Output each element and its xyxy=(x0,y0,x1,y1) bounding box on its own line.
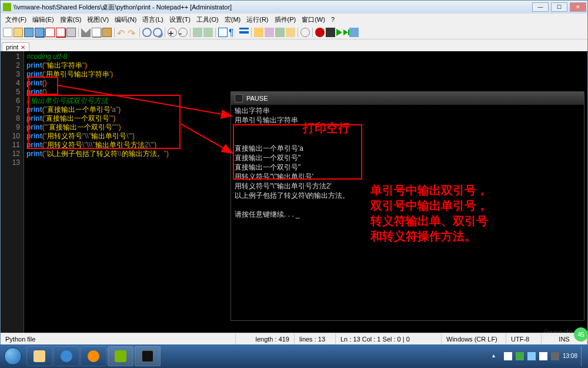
tray-flag-icon[interactable] xyxy=(504,352,512,360)
tray-vm-icon[interactable] xyxy=(551,352,559,360)
badge-dot: 45 xyxy=(574,327,588,342)
status-bar: Python file length : 419 lines : 13 Ln :… xyxy=(1,333,587,344)
code-line: #coding utf-8 xyxy=(26,52,585,61)
tray-volume-icon[interactable] xyxy=(539,352,547,360)
sync-h-icon[interactable] xyxy=(203,28,213,37)
redo-icon[interactable]: ↷ xyxy=(128,28,137,37)
taskbar-clock[interactable]: 13:08 xyxy=(563,353,577,359)
find-icon[interactable] xyxy=(142,28,152,37)
line-gutter: 12345678910111213 xyxy=(1,51,24,333)
savemacro-icon[interactable] xyxy=(349,28,359,37)
menu-bar: 文件(F)编辑(E)搜索(S)视图(V)编码(N)语言(L)设置(T)工具(O)… xyxy=(1,14,587,25)
status-encoding: UTF-8 xyxy=(506,333,542,344)
menu-item[interactable]: 文件(F) xyxy=(3,15,29,24)
docmap-icon[interactable] xyxy=(265,28,274,37)
tray-up-icon[interactable]: ▴ xyxy=(492,352,500,360)
console-line: 直接输出一个单引号'a xyxy=(235,144,580,153)
stop-icon[interactable] xyxy=(326,28,335,37)
menu-item[interactable]: 编码(N) xyxy=(112,15,139,24)
replace-icon[interactable] xyxy=(153,28,162,37)
menu-item[interactable]: 搜索(S) xyxy=(58,15,84,24)
taskbar-explorer[interactable] xyxy=(26,346,52,366)
window-buttons: — ☐ ✕ xyxy=(531,1,587,13)
allchars-icon[interactable]: ¶ xyxy=(229,28,238,37)
menu-item[interactable]: 宏(M) xyxy=(222,15,243,24)
taskbar: ▴ 13:08 xyxy=(0,344,588,368)
monitor-icon[interactable] xyxy=(300,28,310,37)
ie-icon xyxy=(61,350,72,362)
menu-item[interactable]: 编辑(E) xyxy=(30,15,56,24)
wordwrap-icon[interactable] xyxy=(218,28,228,37)
code-line: print("输出字符串") xyxy=(26,61,585,70)
tab-bar: print ✕ xyxy=(1,39,587,51)
save-icon[interactable] xyxy=(24,28,34,37)
folder-icon[interactable] xyxy=(286,28,295,37)
menu-item[interactable]: 插件(P) xyxy=(272,15,299,24)
taskbar-cmd[interactable] xyxy=(135,346,161,366)
status-position: Ln : 13 Col : 1 Sel : 0 | 0 xyxy=(336,333,442,344)
code-line: print() xyxy=(26,79,585,88)
tab-close-icon[interactable]: ✕ xyxy=(21,44,25,51)
window-title: \\vmware-host\Shared Folders\桌面\python\p… xyxy=(14,3,232,12)
cut-icon[interactable] xyxy=(81,28,91,37)
print-icon[interactable] xyxy=(66,28,76,37)
status-length: length : 419 xyxy=(236,333,295,344)
menu-item[interactable]: 设置(T) xyxy=(167,15,193,24)
console-icon xyxy=(235,94,243,102)
taskbar-ie[interactable] xyxy=(54,346,79,366)
undo-icon[interactable]: ↶ xyxy=(117,28,126,37)
menu-item[interactable]: ? xyxy=(329,16,337,23)
tray-battery-icon[interactable] xyxy=(516,352,524,360)
cmd-icon xyxy=(142,350,153,362)
console-titlebar: PAUSE xyxy=(231,92,584,105)
zoom-out-icon[interactable]: - xyxy=(178,28,188,37)
status-eol: Windows (CR LF) xyxy=(442,333,506,344)
close-button[interactable]: ✕ xyxy=(570,2,586,12)
status-lines: lines : 13 xyxy=(295,333,336,344)
app-icon xyxy=(3,3,11,11)
menu-item[interactable]: 窗口(W) xyxy=(299,15,328,24)
npp-icon xyxy=(115,350,126,362)
tab-label: print xyxy=(6,44,18,51)
copy-icon[interactable] xyxy=(92,28,101,37)
windows-orb-icon xyxy=(4,347,22,365)
toolbar: ↶ ↷ + - ¶ xyxy=(1,25,587,39)
sync-v-icon[interactable] xyxy=(193,28,202,37)
indent-icon[interactable] xyxy=(239,28,249,37)
open-icon[interactable] xyxy=(14,28,23,37)
tab-print[interactable]: print ✕ xyxy=(2,42,29,51)
new-file-icon[interactable] xyxy=(3,28,12,37)
taskbar-notepadpp[interactable] xyxy=(108,346,133,366)
close-file-icon[interactable] xyxy=(45,28,55,37)
play-icon[interactable] xyxy=(336,29,342,36)
userlang-icon[interactable] xyxy=(254,28,263,37)
playmulti-icon[interactable] xyxy=(343,29,348,35)
taskbar-wmp[interactable] xyxy=(81,346,106,366)
start-button[interactable] xyxy=(0,344,26,368)
status-filetype: Python file xyxy=(1,333,236,344)
console-line: 输出字符串 xyxy=(235,106,580,115)
close-all-icon[interactable] xyxy=(56,28,65,37)
menu-item[interactable]: 运行(R) xyxy=(244,15,270,24)
annotation-label-1: 打印空行 xyxy=(303,120,350,135)
window-titlebar: \\vmware-host\Shared Folders\桌面\python\p… xyxy=(1,1,587,14)
tray-network-icon[interactable] xyxy=(527,352,536,360)
menu-item[interactable]: 视图(V) xyxy=(85,15,111,24)
save-all-icon[interactable] xyxy=(35,28,44,37)
paste-icon[interactable] xyxy=(102,28,112,37)
funclist-icon[interactable] xyxy=(275,28,285,37)
menu-item[interactable]: 语言(L) xyxy=(140,15,165,24)
console-line: 直接输出一个双引号" xyxy=(235,163,580,172)
annotation-label-2: 单引号中输出双引号， 双引号中输出单引号， 转义符输出单、双引号 和转义符操作方… xyxy=(370,183,488,244)
folder-icon xyxy=(34,350,45,362)
menu-item[interactable]: 工具(O) xyxy=(194,15,221,24)
console-line: 直接输出一个双引号" xyxy=(235,153,580,163)
record-icon[interactable] xyxy=(315,28,325,37)
zoom-in-icon[interactable]: + xyxy=(168,28,177,37)
maximize-button[interactable]: ☐ xyxy=(551,2,567,12)
show-desktop-button[interactable] xyxy=(581,346,586,366)
minimize-button[interactable]: — xyxy=(532,2,549,12)
wmp-icon xyxy=(88,350,99,362)
code-line: print('用单引号输出字符串') xyxy=(26,70,585,79)
watermark: jincoder xyxy=(543,328,576,339)
